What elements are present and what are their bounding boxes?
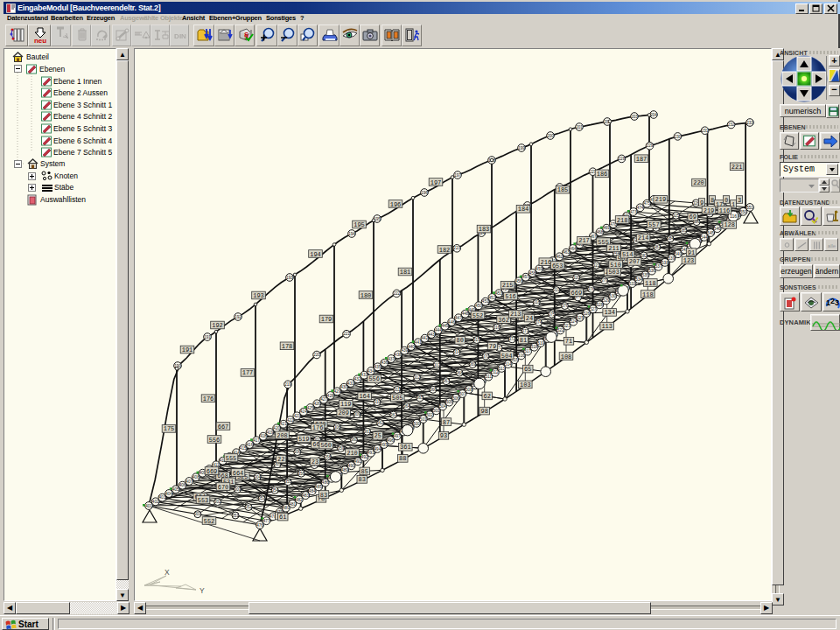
svg-text:457: 457 — [522, 275, 529, 279]
svg-text:475: 475 — [643, 201, 650, 206]
svg-text:416: 416 — [247, 443, 254, 447]
svg-text:8: 8 — [710, 197, 714, 204]
svg-text:445: 445 — [442, 324, 449, 328]
svg-text:193: 193 — [286, 276, 293, 280]
svg-text:219: 219 — [704, 207, 715, 214]
svg-text:128: 128 — [724, 221, 735, 228]
svg-text:525: 525 — [577, 316, 584, 320]
svg-text:197: 197 — [430, 179, 442, 186]
svg-text:62: 62 — [483, 393, 490, 400]
svg-text:519: 519 — [298, 436, 310, 443]
svg-text:405: 405 — [172, 487, 179, 492]
svg-text:379: 379 — [601, 278, 608, 283]
svg-text:199: 199 — [518, 146, 525, 150]
svg-text:551: 551 — [746, 206, 753, 210]
svg-text:220: 220 — [313, 353, 320, 357]
svg-text:179: 179 — [321, 316, 332, 323]
svg-text:385: 385 — [680, 228, 687, 233]
svg-text:382: 382 — [640, 254, 648, 258]
svg-text:209: 209 — [338, 410, 349, 416]
svg-text:522: 522 — [557, 328, 564, 332]
svg-text:494: 494 — [374, 447, 382, 452]
svg-text:214: 214 — [638, 234, 649, 242]
svg-text:464: 464 — [570, 247, 577, 251]
svg-text:216: 216 — [540, 259, 551, 266]
svg-text:519: 519 — [537, 341, 544, 346]
svg-text:319: 319 — [553, 288, 560, 292]
svg-text:301: 301 — [194, 512, 201, 516]
svg-text:103: 103 — [520, 382, 531, 388]
svg-text:442: 442 — [422, 336, 429, 340]
svg-text:375: 375 — [549, 312, 556, 317]
svg-text:448: 448 — [462, 312, 469, 316]
svg-text:376: 376 — [562, 304, 569, 308]
svg-text:437: 437 — [388, 357, 395, 361]
svg-text:424: 424 — [300, 410, 307, 414]
svg-text:24: 24 — [526, 315, 533, 322]
svg-text:383: 383 — [654, 245, 661, 249]
svg-text:361: 361 — [400, 444, 411, 451]
svg-text:83: 83 — [358, 476, 365, 483]
svg-text:223: 223 — [453, 246, 460, 250]
svg-text:503: 503 — [433, 409, 440, 413]
svg-text:469: 469 — [603, 226, 610, 230]
svg-text:441: 441 — [415, 340, 422, 345]
svg-text:366: 366 — [430, 388, 437, 392]
svg-text:81: 81 — [520, 337, 527, 344]
svg-text:491: 491 — [354, 459, 361, 464]
svg-text:365: 365 — [416, 396, 424, 400]
svg-text:664: 664 — [233, 470, 244, 477]
svg-text:534: 534 — [635, 277, 642, 282]
svg-text:232: 232 — [728, 122, 735, 127]
svg-text:545: 545 — [707, 231, 714, 235]
svg-text:181: 181 — [400, 269, 411, 276]
svg-text:108: 108 — [561, 354, 572, 360]
svg-text:302: 302 — [214, 500, 221, 504]
svg-text:556: 556 — [368, 375, 380, 382]
svg-text:119: 119 — [340, 401, 352, 408]
svg-text:178: 178 — [282, 343, 293, 350]
svg-text:362: 362 — [498, 317, 509, 324]
svg-text:514: 514 — [622, 251, 634, 258]
svg-text:65: 65 — [524, 366, 531, 373]
svg-text:497: 497 — [394, 434, 401, 438]
svg-text:134: 134 — [604, 309, 615, 316]
svg-text:230: 230 — [675, 135, 682, 139]
svg-text:444: 444 — [435, 328, 442, 332]
svg-text:556: 556 — [209, 437, 220, 444]
svg-text:25: 25 — [374, 432, 382, 439]
svg-text:419: 419 — [267, 430, 274, 435]
svg-text:539: 539 — [668, 256, 676, 261]
svg-text:191: 191 — [204, 335, 211, 340]
svg-text:434: 434 — [368, 369, 374, 374]
svg-text:422: 422 — [287, 418, 294, 423]
svg-text:303: 303 — [234, 487, 242, 492]
svg-text:361: 361 — [364, 430, 371, 434]
svg-text:358: 358 — [325, 455, 332, 459]
svg-text:553: 553 — [198, 497, 209, 504]
svg-text:367: 367 — [443, 379, 450, 383]
svg-text:196: 196 — [421, 191, 428, 195]
svg-text:480: 480 — [283, 506, 290, 510]
svg-text:552: 552 — [204, 518, 215, 525]
svg-text:443: 443 — [428, 332, 435, 337]
svg-text:500: 500 — [413, 422, 420, 426]
svg-text:219: 219 — [284, 382, 291, 387]
svg-text:403: 403 — [159, 495, 166, 500]
svg-text:462: 462 — [556, 255, 563, 259]
svg-text:355: 355 — [284, 480, 291, 484]
svg-text:79: 79 — [489, 343, 496, 350]
svg-text:540: 540 — [675, 252, 682, 256]
svg-text:231: 231 — [702, 129, 709, 133]
svg-text:192: 192 — [212, 322, 223, 329]
svg-text:71: 71 — [565, 338, 572, 345]
svg-text:510: 510 — [610, 262, 621, 269]
svg-text:368: 368 — [456, 371, 463, 375]
svg-text:186: 186 — [597, 171, 608, 178]
svg-text:503: 503 — [608, 269, 620, 276]
svg-text:304: 304 — [254, 475, 261, 480]
svg-text:222: 222 — [393, 291, 400, 296]
svg-text:316: 316 — [494, 326, 500, 330]
svg-text:505: 505 — [392, 395, 403, 402]
svg-text:221: 221 — [343, 332, 350, 336]
